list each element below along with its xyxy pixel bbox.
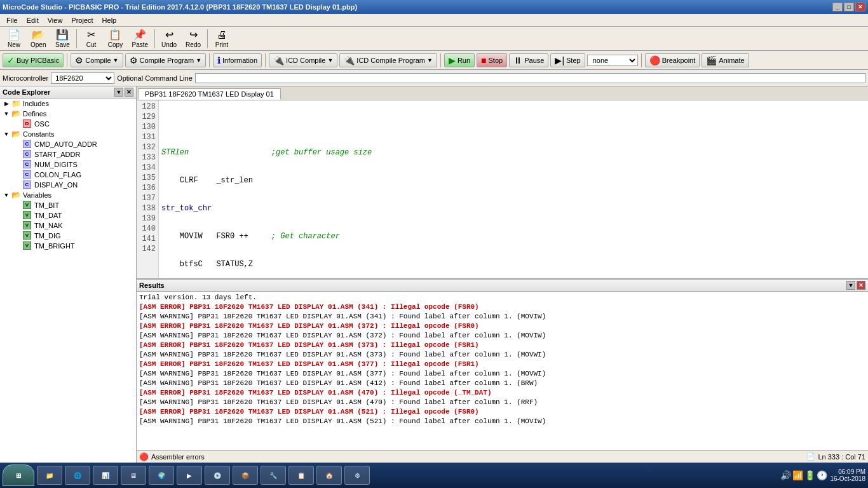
tray-volume-icon[interactable]: 📶 bbox=[792, 470, 803, 480]
cursor-position: Ln 333 : Col 71 bbox=[818, 453, 865, 461]
results-content[interactable]: Trial version. 13 days left. [ASM ERROR]… bbox=[137, 292, 868, 450]
tab-main[interactable]: PBP31 18F2620 TM1637 LED Display 01 bbox=[138, 88, 281, 100]
copy-icon: 📋 bbox=[109, 29, 121, 41]
breakpoint-button[interactable]: 🔴 Breakpoint bbox=[645, 53, 700, 67]
compile-button[interactable]: ⚙ Compile ▼ bbox=[71, 53, 123, 67]
tree-item-osc[interactable]: D OSC bbox=[0, 119, 136, 129]
taskbar-app7[interactable]: 💿 bbox=[205, 466, 230, 485]
tree-label-numdigits: NUM_DIGITS bbox=[34, 161, 78, 168]
result-error-4: [ASM ERROR] PBP31 18F2620 TM1637 LED DIS… bbox=[139, 360, 865, 369]
taskbar-app10[interactable]: 📋 bbox=[288, 466, 314, 485]
toolbar2: ✓ Buy PICBasic ⚙ Compile ▼ ⚙ Compile Pro… bbox=[0, 51, 868, 70]
minimize-button[interactable]: _ bbox=[832, 3, 843, 11]
taskbar-file-manager[interactable]: 📁 bbox=[37, 466, 62, 485]
tree-item-tm-dig[interactable]: V TM_DIG bbox=[0, 231, 136, 241]
result-error-6: [ASM ERROR] PBP31 18F2620 TM1637 LED DIS… bbox=[139, 407, 865, 417]
tree-item-tm-nak[interactable]: V TM_NAK bbox=[0, 220, 136, 231]
menu-file[interactable]: File bbox=[3, 15, 22, 25]
animate-button[interactable]: 🎬 Animate bbox=[702, 53, 749, 67]
results-close[interactable]: ✕ bbox=[857, 281, 865, 290]
taskbar-app6[interactable]: ▶ bbox=[177, 466, 202, 485]
buy-icon: ✓ bbox=[7, 55, 15, 65]
menu-view[interactable]: View bbox=[44, 15, 67, 25]
taskbar-app9[interactable]: 🔧 bbox=[261, 466, 286, 485]
print-button[interactable]: 🖨 Print bbox=[210, 27, 233, 50]
stop-button[interactable]: ■ Stop bbox=[477, 53, 507, 67]
optional-command-input[interactable] bbox=[195, 73, 865, 83]
result-warn-6: [ASM WARNING] PBP31 18F2620 TM1637 LED D… bbox=[139, 398, 865, 407]
pause-button[interactable]: ⏸ Pause bbox=[509, 53, 548, 67]
tree-item-defines[interactable]: ▼ 📂 Defines bbox=[0, 109, 136, 119]
compile-program-icon: ⚙ bbox=[130, 55, 138, 65]
tree-item-cmd-auto-addr[interactable]: C CMD_AUTO_ADDR bbox=[0, 139, 136, 149]
assembler-errors-label: Assembler errors bbox=[151, 453, 205, 461]
tree-item-includes[interactable]: ▶ 📁 Includes bbox=[0, 98, 136, 109]
buy-picbasic-button[interactable]: ✓ Buy PICBasic bbox=[3, 53, 64, 67]
line-num-130: 130 bbox=[137, 122, 158, 132]
badge-c-numdigits: C bbox=[23, 160, 33, 169]
taskbar-app12[interactable]: ⚙ bbox=[344, 466, 370, 485]
icd-compile-program-button[interactable]: 🔌 ICD Compile Program ▼ bbox=[339, 53, 437, 67]
status-error-icon: 🔴 bbox=[139, 452, 149, 461]
tb2-sep1 bbox=[67, 53, 67, 67]
app4-icon: 🖥 bbox=[130, 472, 137, 479]
undo-button[interactable]: ↩ Undo bbox=[158, 27, 180, 50]
save-button[interactable]: 💾 Save bbox=[51, 27, 74, 50]
line-num-133: 133 bbox=[137, 152, 158, 163]
open-button[interactable]: 📂 Open bbox=[27, 27, 50, 50]
tree-item-colon-flag[interactable]: C COLON_FLAG bbox=[0, 170, 136, 180]
cut-button[interactable]: ✂ Cut bbox=[79, 27, 102, 50]
paste-button[interactable]: 📌 Paste bbox=[128, 27, 152, 50]
app7-icon: 💿 bbox=[214, 472, 221, 479]
result-error-1: [ASM ERROR] PBP31 18F2620 TM1637 LED DIS… bbox=[139, 302, 865, 312]
run-button[interactable]: ▶ Run bbox=[444, 53, 475, 67]
tree-label-variables: Variables bbox=[23, 191, 51, 199]
toolbar: 📄 New 📂 Open 💾 Save ✂ Cut 📋 Copy 📌 Paste… bbox=[0, 27, 868, 51]
code-editor[interactable]: 128 129 130 131 132 133 134 135 136 137 … bbox=[137, 100, 868, 278]
tree-item-constants[interactable]: ▼ 📂 Constants bbox=[0, 129, 136, 139]
microcontroller-select[interactable]: 18F2620 bbox=[51, 72, 114, 84]
taskbar-chrome[interactable]: 🌐 bbox=[65, 466, 90, 485]
step-button[interactable]: ▶| Step bbox=[550, 53, 585, 67]
code-content[interactable]: STRlen ;get buffer usage size CLRF _str_… bbox=[159, 100, 868, 278]
folder-icon-includes: 📁 bbox=[11, 99, 22, 108]
tray-time-icon[interactable]: 🕐 bbox=[817, 470, 827, 480]
results-dropdown[interactable]: ▼ bbox=[846, 281, 855, 290]
maximize-button[interactable]: □ bbox=[844, 3, 854, 11]
code-line-128 bbox=[161, 119, 865, 130]
menu-project[interactable]: Project bbox=[67, 15, 97, 25]
code-explorer-close[interactable]: ✕ bbox=[125, 88, 133, 97]
copy-button[interactable]: 📋 Copy bbox=[104, 27, 126, 50]
redo-button[interactable]: ↪ Redo bbox=[182, 27, 205, 50]
tree-label-defines: Defines bbox=[23, 110, 46, 118]
none-dropdown[interactable]: none bbox=[587, 55, 638, 66]
tree-item-tm-bit[interactable]: V TM_BIT bbox=[0, 200, 136, 210]
taskbar-app11[interactable]: 🏠 bbox=[316, 466, 342, 485]
taskbar-app8[interactable]: 📦 bbox=[233, 466, 258, 485]
tree-item-start-addr[interactable]: C START_ADDR bbox=[0, 149, 136, 159]
tree-item-display-on[interactable]: C DISPLAY_ON bbox=[0, 180, 136, 190]
app9-icon: 🔧 bbox=[269, 472, 277, 479]
tree-item-num-digits[interactable]: C NUM_DIGITS bbox=[0, 159, 136, 170]
app3-icon: 📊 bbox=[102, 472, 109, 479]
tray-battery-icon[interactable]: 🔋 bbox=[804, 470, 815, 480]
close-button[interactable]: ✕ bbox=[855, 3, 865, 11]
tray-network-icon[interactable]: 🔊 bbox=[780, 470, 791, 480]
tree-item-tm-bright[interactable]: V TM_BRIGHT bbox=[0, 241, 136, 251]
menu-edit[interactable]: Edit bbox=[23, 15, 43, 25]
information-button[interactable]: ℹ Information bbox=[213, 53, 262, 67]
code-explorer-dropdown[interactable]: ▼ bbox=[114, 88, 123, 97]
tree-item-variables[interactable]: ▼ 📂 Variables bbox=[0, 190, 136, 200]
compile-program-button[interactable]: ⚙ Compile Program ▼ bbox=[125, 53, 207, 67]
tb2-sep2 bbox=[209, 53, 210, 67]
taskbar-app3[interactable]: 📊 bbox=[93, 466, 118, 485]
tree-item-tm-dat[interactable]: V TM_DAT bbox=[0, 210, 136, 220]
menu-help[interactable]: Help bbox=[98, 15, 121, 25]
taskbar-app5[interactable]: 🌍 bbox=[149, 466, 174, 485]
icd-compile-button[interactable]: 🔌 ICD Compile ▼ bbox=[269, 53, 337, 67]
open-icon: 📂 bbox=[32, 29, 44, 41]
new-button[interactable]: 📄 New bbox=[3, 27, 25, 50]
tb2-sep5 bbox=[641, 53, 642, 67]
taskbar-app4[interactable]: 🖥 bbox=[121, 466, 146, 485]
start-button[interactable]: ⊞ bbox=[3, 464, 34, 486]
